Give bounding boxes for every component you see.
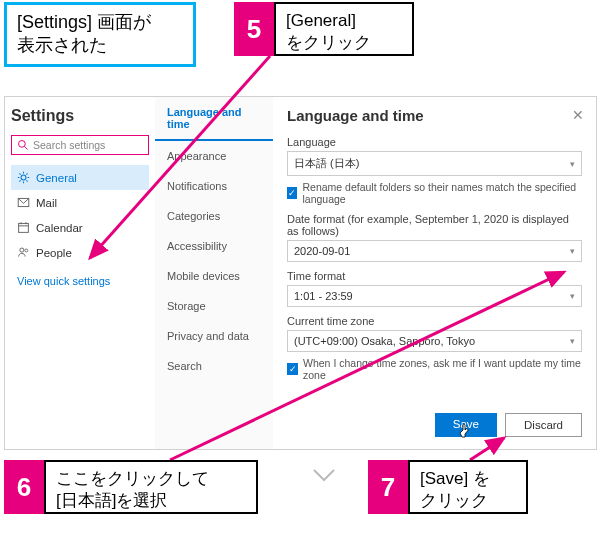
date-format-label: Date format (for example, September 1, 2… [287,213,582,237]
date-format-select[interactable]: 2020-09-01 ▾ [287,240,582,262]
tz-ask-label: When I change time zones, ask me if I wa… [303,357,582,381]
cursor-hand-icon [459,423,473,442]
rename-folders-label: Rename default folders so their names ma… [302,181,582,205]
close-icon[interactable]: ✕ [572,107,584,123]
mail-icon [17,196,30,209]
language-select-value: 日本語 (日本) [294,156,359,171]
calendar-icon [17,221,30,234]
svg-point-0 [19,141,26,148]
chevron-down-icon: ▾ [570,246,575,256]
svg-point-9 [25,249,28,252]
callout-settings-shown: [Settings] 画面が 表示された [4,2,196,67]
search-icon [17,139,29,151]
date-format-value: 2020-09-01 [294,245,350,257]
chevron-down-icon: ▾ [570,159,575,169]
chevron-down-icon: ▾ [570,291,575,301]
tab-notifications[interactable]: Notifications [155,171,273,201]
time-format-label: Time format [287,270,582,282]
callout-5-text: [General] をクリック [274,2,414,56]
svg-rect-4 [19,223,29,232]
svg-point-8 [20,248,24,252]
time-format-select[interactable]: 1:01 - 23:59 ▾ [287,285,582,307]
nav-mail-label: Mail [36,197,57,209]
tab-accessibility[interactable]: Accessibility [155,231,273,261]
svg-line-1 [25,147,28,150]
save-button[interactable]: Save [435,413,497,437]
tab-privacy-and-data[interactable]: Privacy and data [155,321,273,351]
callout-7-text: [Save] を クリック [408,460,528,514]
settings-middle-pane: Language and time Appearance Notificatio… [155,97,273,449]
search-input[interactable]: Search settings [11,135,149,155]
people-icon [17,246,30,259]
tab-language-and-time[interactable]: Language and time [155,97,273,141]
nav-people[interactable]: People [11,240,149,265]
gear-icon [17,171,30,184]
time-zone-label: Current time zone [287,315,582,327]
svg-point-2 [21,175,26,180]
settings-window: Settings Search settings General Mail Ca… [4,96,597,450]
language-select[interactable]: 日本語 (日本) ▾ [287,151,582,176]
nav-mail[interactable]: Mail [11,190,149,215]
tab-search[interactable]: Search [155,351,273,381]
settings-content-pane: ✕ Language and time Language 日本語 (日本) ▾ … [273,97,596,449]
callout-6-text: ここをクリックして [日本語]を選択 [44,460,258,514]
nav-calendar-label: Calendar [36,222,83,234]
tab-storage[interactable]: Storage [155,291,273,321]
pane-title: Language and time [287,107,582,124]
checkbox-checked-icon: ✓ [287,363,298,375]
callout-7-number: 7 [368,460,408,514]
tz-ask-row[interactable]: ✓ When I change time zones, ask me if I … [287,357,582,381]
chevron-down-icon [312,462,336,488]
nav-general[interactable]: General [11,165,149,190]
nav-people-label: People [36,247,72,259]
nav-calendar[interactable]: Calendar [11,215,149,240]
tab-categories[interactable]: Categories [155,201,273,231]
callout-5-number: 5 [234,2,274,56]
time-format-value: 1:01 - 23:59 [294,290,353,302]
tab-appearance[interactable]: Appearance [155,141,273,171]
callout-6-number: 6 [4,460,44,514]
settings-left-pane: Settings Search settings General Mail Ca… [5,97,155,449]
rename-folders-row[interactable]: ✓ Rename default folders so their names … [287,181,582,205]
nav-general-label: General [36,172,77,184]
language-label: Language [287,136,582,148]
view-quick-settings-link[interactable]: View quick settings [11,265,149,297]
chevron-down-icon: ▾ [570,336,575,346]
time-zone-value: (UTC+09:00) Osaka, Sapporo, Tokyo [294,335,475,347]
settings-title: Settings [11,107,149,125]
discard-button[interactable]: Discard [505,413,582,437]
time-zone-select[interactable]: (UTC+09:00) Osaka, Sapporo, Tokyo ▾ [287,330,582,352]
checkbox-checked-icon: ✓ [287,187,297,199]
button-row: Save Discard [435,413,582,437]
tab-mobile-devices[interactable]: Mobile devices [155,261,273,291]
search-placeholder: Search settings [33,139,105,151]
